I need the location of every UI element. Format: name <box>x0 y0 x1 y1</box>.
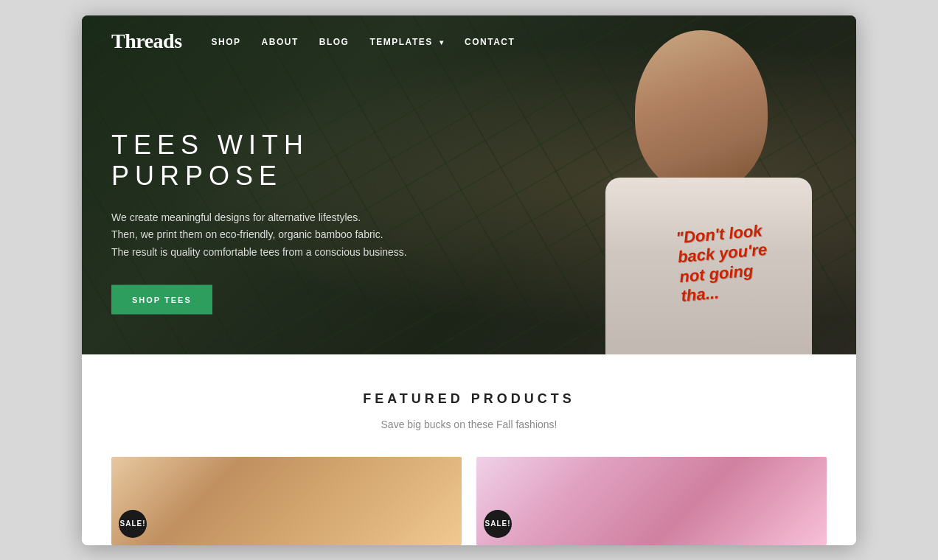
nav-link-shop[interactable]: SHOP <box>212 37 241 47</box>
sale-badge-1: SALE! <box>119 510 147 538</box>
browser-window: "Don't look back you're not going tha...… <box>82 15 856 545</box>
sale-badge-2: SALE! <box>484 510 512 538</box>
hero-title: TEES WITH PURPOSE <box>111 129 465 191</box>
hero-subtitle-line1: We create meaningful designs for alterna… <box>111 211 361 223</box>
nav-item-blog[interactable]: BLOG <box>319 35 350 48</box>
nav-link-blog[interactable]: BLOG <box>319 37 350 47</box>
hero-subtitle-line3: The result is quality comfortable tees f… <box>111 246 407 258</box>
featured-subtitle: Save big bucks on these Fall fashions! <box>111 419 827 430</box>
featured-title: FEATURED PRODUCTS <box>111 391 827 407</box>
nav-link-contact[interactable]: CONTACT <box>465 37 515 47</box>
nav-link-about[interactable]: ABOUT <box>262 37 299 47</box>
product-card-1[interactable]: SALE! <box>111 457 462 545</box>
nav-item-contact[interactable]: CONTACT <box>465 35 515 48</box>
main-navbar: Threads SHOP ABOUT BLOG TEMPLATES ▾ CONT… <box>82 15 856 67</box>
nav-item-shop[interactable]: SHOP <box>212 35 241 48</box>
hero-content: TEES WITH PURPOSE We create meaningful d… <box>111 129 465 314</box>
featured-section: FEATURED PRODUCTS Save big bucks on thes… <box>82 354 856 545</box>
hero-model-body: "Don't look back you're not going tha... <box>605 178 812 354</box>
nav-links-list: SHOP ABOUT BLOG TEMPLATES ▾ CONTACT <box>212 35 515 48</box>
shop-tees-button[interactable]: SHOP TEES <box>111 284 212 314</box>
product-card-1-image <box>111 457 462 545</box>
chevron-down-icon: ▾ <box>440 38 445 46</box>
product-card-2[interactable]: SALE! <box>476 457 827 545</box>
nav-item-about[interactable]: ABOUT <box>262 35 299 48</box>
nav-link-templates[interactable]: TEMPLATES ▾ <box>369 37 444 47</box>
hero-section: "Don't look back you're not going tha...… <box>82 15 856 354</box>
nav-item-templates[interactable]: TEMPLATES ▾ <box>369 35 444 48</box>
hero-subtitle: We create meaningful designs for alterna… <box>111 209 465 261</box>
hero-subtitle-line2: Then, we print them on eco-friendly, org… <box>111 228 383 240</box>
tshirt-quote-text: "Don't look back you're not going tha... <box>675 221 771 307</box>
products-row: SALE! SALE! <box>111 457 827 545</box>
product-card-2-image <box>476 457 827 545</box>
site-logo[interactable]: Threads <box>111 29 182 53</box>
